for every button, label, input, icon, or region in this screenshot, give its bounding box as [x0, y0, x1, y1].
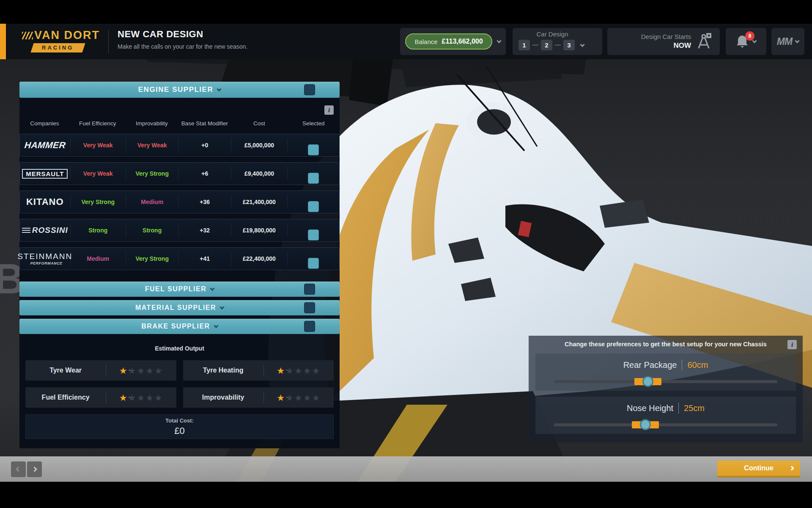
material-supplier-header[interactable]: MATERIAL SUPPLIER: [19, 300, 340, 315]
estimate-fuel-efficiency: Fuel Efficiency ★★★★★★★★★★: [25, 387, 176, 408]
design-car-starts-widget[interactable]: Design Car Starts NOW: [607, 28, 720, 55]
nose-height-slider[interactable]: [554, 423, 777, 426]
engine-supplier-title: ENGINE SUPPLIER: [138, 86, 213, 94]
cost-value: £5,000,000: [231, 138, 287, 152]
info-icon[interactable]: i: [787, 340, 797, 349]
base-stat-modifier: +32: [178, 223, 231, 237]
brake-supplier-checkbox[interactable]: [304, 321, 315, 332]
estimated-output-grid: Tyre Wear ★★★★★★★★★★ Tyre Heating ★★★★★★…: [25, 360, 334, 408]
team-racing-banner: RACING: [30, 43, 85, 52]
base-stat-modifier: +36: [178, 195, 231, 209]
continue-button[interactable]: Continue: [717, 461, 800, 478]
page-subtitle: Make all the calls on your car for the n…: [118, 43, 247, 50]
total-cost-value: £0: [174, 425, 184, 436]
select-supplier-checkbox[interactable]: [308, 144, 319, 155]
team-logo-hatch-icon: [22, 32, 33, 39]
chassis-preferences-panel: Change these preferences to get the best…: [529, 336, 803, 442]
continue-label: Continue: [744, 464, 773, 472]
chevron-down-icon: [214, 323, 218, 328]
mersault-logo: MERSAULT: [22, 169, 68, 179]
chevron-down-icon: [217, 87, 222, 91]
table-row-kitano[interactable]: KITANO Very Strong Medium +36 £21,400,00…: [19, 190, 340, 213]
header-divider: [108, 30, 109, 53]
fuel-rating: Medium: [70, 251, 126, 266]
fuel-supplier-checkbox[interactable]: [304, 284, 315, 295]
engine-supplier-checkbox[interactable]: [304, 84, 315, 95]
estimate-tyre-wear: Tyre Wear ★★★★★★★★★★: [25, 360, 176, 381]
top-bar: VAN DORT RACING NEW CAR DESIGN Make all …: [0, 24, 812, 59]
column-fuel-efficiency: Fuel Efficiency: [70, 120, 126, 127]
step-dash: [532, 44, 538, 46]
rossini-logo: ROSSINI: [22, 226, 68, 235]
page-heading: NEW CAR DESIGN Make all the calls on you…: [118, 29, 247, 50]
chevron-down-icon: [210, 286, 215, 291]
table-row-steinmann[interactable]: STEINMANN PERFORMANCE Medium Very Strong…: [19, 247, 340, 270]
team-logo: VAN DORT RACING: [22, 29, 107, 52]
cost-value: £22,400,000: [231, 251, 287, 266]
nose-height-slider-handle[interactable]: [640, 419, 651, 430]
chevron-down-icon: [580, 42, 584, 47]
chevron-down-icon: [795, 39, 799, 43]
base-stat-modifier: +6: [178, 166, 231, 181]
star-rating: ★★★★★★★★★★: [277, 393, 321, 402]
balance-label: Balance: [414, 38, 437, 45]
star-rating: ★★★★★★★★★★: [119, 393, 163, 402]
estimate-tyre-heating: Tyre Heating ★★★★★★★★★★: [183, 360, 334, 381]
rear-package-group: Rear Package 60cm: [535, 353, 796, 391]
rear-package-value: 60cm: [687, 360, 708, 370]
select-supplier-checkbox[interactable]: [308, 258, 319, 269]
car-design-progress-dropdown[interactable]: Car Design 1 2 3: [513, 28, 602, 55]
chassis-hint: Change these preferences to get the best…: [529, 341, 803, 348]
hammer-logo: HAMMER: [24, 140, 66, 150]
nose-height-group: Nose Height 25cm: [535, 397, 796, 434]
column-selected: Selected: [288, 120, 340, 127]
base-stat-modifier: +41: [178, 251, 231, 266]
table-row-hammer[interactable]: HAMMER Very Weak Very Weak +0 £5,000,000: [19, 134, 340, 157]
cost-value: £19,800,000: [231, 223, 287, 237]
steinmann-logo: STEINMANN: [17, 252, 72, 261]
design-starts-value: NOW: [641, 41, 691, 50]
brake-supplier-header[interactable]: BRAKE SUPPLIER: [19, 319, 340, 334]
step-2: 2: [541, 40, 552, 50]
material-supplier-checkbox[interactable]: [304, 302, 315, 313]
info-icon[interactable]: i: [324, 105, 334, 115]
brake-supplier-title: BRAKE SUPPLIER: [141, 323, 210, 330]
supplier-rows: HAMMER Very Weak Very Weak +0 £5,000,000…: [19, 134, 340, 270]
car-design-steps: 1 2 3: [518, 40, 598, 50]
chevron-down-icon: [219, 305, 224, 309]
improvability-rating: Strong: [126, 223, 178, 237]
forward-button[interactable]: [27, 461, 42, 477]
fuel-supplier-title: FUEL SUPPLIER: [145, 285, 206, 293]
base-stat-modifier: +0: [178, 138, 231, 152]
table-header-row: Companies Fuel Efficiency Improvability …: [19, 120, 340, 127]
table-row-mersault[interactable]: MERSAULT Very Weak Very Strong +6 £9,400…: [19, 162, 340, 185]
fuel-rating: Very Weak: [70, 138, 126, 152]
total-cost-label: Total Cost:: [165, 417, 194, 424]
steinmann-performance-label: PERFORMANCE: [30, 261, 63, 265]
game-menu-button[interactable]: MM: [771, 28, 804, 55]
fuel-rating: Strong: [70, 223, 126, 237]
improvability-rating: Medium: [126, 195, 178, 209]
design-starts-label: Design Car Starts: [641, 33, 691, 40]
design-starts-text: Design Car Starts NOW: [641, 33, 691, 50]
rear-package-slider-handle[interactable]: [642, 376, 653, 387]
column-cost: Cost: [231, 120, 287, 127]
material-supplier-title: MATERIAL SUPPLIER: [135, 304, 216, 312]
column-base-stat-modifier: Base Stat Modifier: [178, 120, 231, 127]
engine-supplier-header[interactable]: ENGINE SUPPLIER: [19, 82, 340, 98]
team-name: VAN DORT: [34, 29, 100, 41]
fuel-rating: Very Strong: [70, 195, 126, 209]
table-row-rossini[interactable]: ROSSINI Strong Strong +32 £19,800,000: [19, 219, 340, 242]
select-supplier-checkbox[interactable]: [308, 173, 319, 184]
drafting-compass-icon: [696, 32, 713, 51]
estimated-output-title: Estimated Output: [19, 345, 340, 352]
app-window: B VAN DORT RACING NEW CAR DESIGN Make al…: [0, 0, 812, 508]
fuel-supplier-header[interactable]: FUEL SUPPLIER: [19, 282, 340, 297]
notifications-button[interactable]: 8: [726, 28, 766, 55]
select-supplier-checkbox[interactable]: [308, 229, 319, 240]
rear-package-slider[interactable]: [554, 380, 777, 383]
back-button[interactable]: [11, 461, 26, 477]
step-3: 3: [563, 40, 575, 50]
balance-dropdown[interactable]: Balance £113,662,000: [400, 28, 506, 55]
select-supplier-checkbox[interactable]: [308, 201, 319, 212]
